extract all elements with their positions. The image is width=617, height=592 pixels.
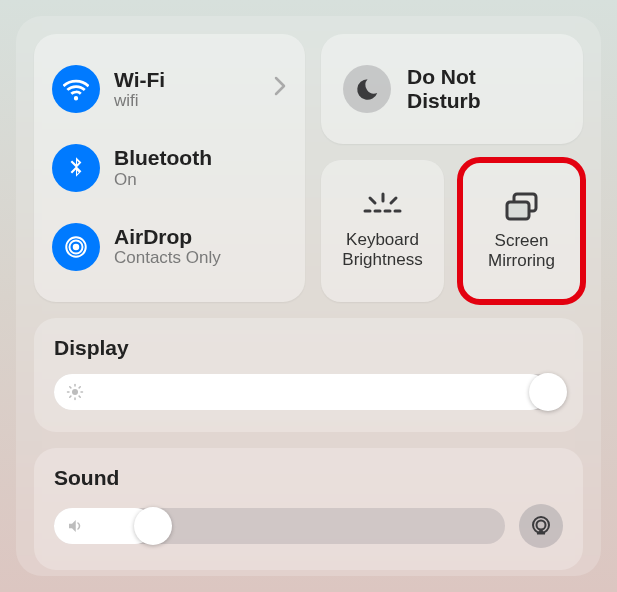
screen-mirroring-label: Screen Mirroring [464,231,579,270]
bluetooth-icon [52,144,100,192]
airdrop-text: AirDrop Contacts Only [114,225,287,268]
control-center-panel: Wi-Fi wifi Bluetooth On [16,16,601,576]
airdrop-title: AirDrop [114,225,287,248]
speaker-icon [66,517,84,535]
svg-point-0 [73,243,80,250]
svg-point-19 [537,521,546,530]
tile-row: Keyboard Brightness Screen Mirroring [321,160,583,302]
bluetooth-subtitle: On [114,170,287,190]
screen-mirroring-button[interactable]: Screen Mirroring [460,160,583,302]
svg-point-9 [72,389,78,395]
svg-line-17 [79,387,80,388]
airdrop-subtitle: Contacts Only [114,248,287,268]
sound-card: Sound [34,448,583,570]
display-slider[interactable] [54,374,563,410]
svg-rect-8 [507,202,529,219]
airdrop-icon [52,223,100,271]
bluetooth-title: Bluetooth [114,146,287,169]
svg-line-4 [370,198,375,203]
svg-line-15 [79,396,80,397]
top-row: Wi-Fi wifi Bluetooth On [34,34,583,302]
wifi-icon [52,65,100,113]
right-column: Do Not Disturb Keyboard Brightness [321,34,583,302]
airdrop-item[interactable]: AirDrop Contacts Only [50,217,289,277]
screen-mirroring-icon [502,191,542,223]
sound-title: Sound [54,466,563,490]
sound-slider[interactable] [54,508,505,544]
chevron-right-icon [273,76,287,102]
wifi-title: Wi-Fi [114,68,259,91]
svg-line-16 [70,396,71,397]
bluetooth-text: Bluetooth On [114,146,287,189]
keyboard-brightness-label: Keyboard Brightness [325,230,440,269]
wifi-item[interactable]: Wi-Fi wifi [50,59,289,119]
wifi-subtitle: wifi [114,91,259,111]
sun-icon [66,383,84,401]
airplay-audio-button[interactable] [519,504,563,548]
dnd-title: Do Not Disturb [407,65,481,113]
display-slider-thumb[interactable] [529,373,567,411]
display-title: Display [54,336,563,360]
keyboard-brightness-button[interactable]: Keyboard Brightness [321,160,444,302]
wifi-text: Wi-Fi wifi [114,68,259,111]
svg-line-5 [391,198,396,203]
bluetooth-item[interactable]: Bluetooth On [50,138,289,198]
airplay-audio-icon [529,514,553,538]
connectivity-card: Wi-Fi wifi Bluetooth On [34,34,305,302]
keyboard-brightness-icon [361,192,405,222]
sound-slider-thumb[interactable] [134,507,172,545]
do-not-disturb-button[interactable]: Do Not Disturb [321,34,583,144]
moon-icon [343,65,391,113]
display-card: Display [34,318,583,432]
svg-line-14 [70,387,71,388]
